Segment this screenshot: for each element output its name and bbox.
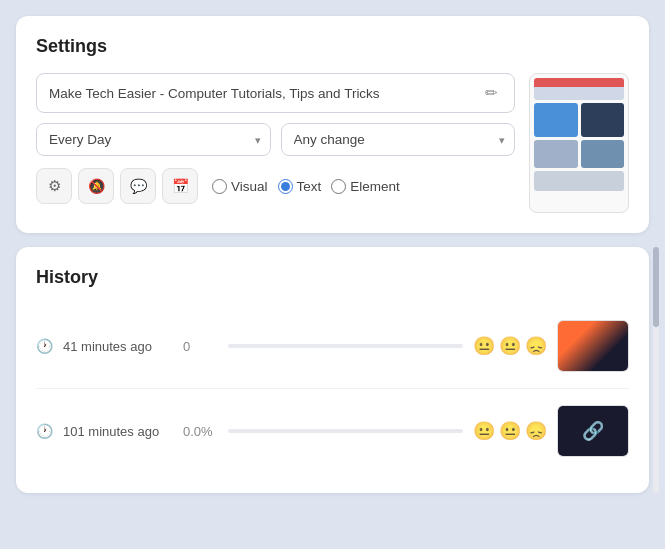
thumb-strip-1 bbox=[534, 78, 624, 100]
history-card: History 🕐 41 minutes ago 0 😐 😐 😞 🕐 101 m… bbox=[16, 247, 649, 493]
website-thumbnail-preview bbox=[529, 73, 629, 213]
radio-element[interactable]: Element bbox=[331, 179, 400, 194]
progress-bar-1 bbox=[228, 344, 463, 348]
gear-button[interactable]: ⚙ bbox=[36, 168, 72, 204]
frequency-select[interactable]: Every Day Every Hour Every Week bbox=[36, 123, 271, 156]
settings-left-panel: Make Tech Easier - Computer Tutorials, T… bbox=[36, 73, 515, 204]
settings-body: Make Tech Easier - Computer Tutorials, T… bbox=[36, 73, 629, 213]
radio-text[interactable]: Text bbox=[278, 179, 322, 194]
diff-value-2: 0.0% bbox=[183, 424, 218, 439]
thumb-preview-2: 🔗 bbox=[558, 406, 628, 456]
controls-row: ⚙ 🔕 💬 📅 Visual bbox=[36, 168, 515, 204]
change-select[interactable]: Any change Major change Minor change bbox=[281, 123, 516, 156]
emoji-group-1: 😐 😐 😞 bbox=[473, 337, 547, 355]
settings-title: Settings bbox=[36, 36, 629, 57]
thumb-img-1 bbox=[534, 103, 578, 137]
settings-card: Settings Make Tech Easier - Computer Tut… bbox=[16, 16, 649, 233]
history-thumb-1 bbox=[557, 320, 629, 372]
diff-value-1: 0 bbox=[183, 339, 218, 354]
selects-row: Every Day Every Hour Every Week ▾ Any ch… bbox=[36, 123, 515, 156]
radio-group: Visual Text Element bbox=[212, 179, 400, 194]
history-thumb-2: 🔗 bbox=[557, 405, 629, 457]
radio-text-input[interactable] bbox=[278, 179, 293, 194]
chat-button[interactable]: 💬 bbox=[120, 168, 156, 204]
progress-bar-2 bbox=[228, 429, 463, 433]
thumb-row-4 bbox=[534, 171, 624, 191]
bell-button[interactable]: 🔕 bbox=[78, 168, 114, 204]
edit-url-button[interactable]: ✏ bbox=[481, 82, 502, 104]
emoji-sad-btn-2[interactable]: 😞 bbox=[525, 422, 547, 440]
clock-icon-1: 🕐 bbox=[36, 338, 53, 354]
emoji-group-2: 😐 😐 😞 bbox=[473, 422, 547, 440]
url-text: Make Tech Easier - Computer Tutorials, T… bbox=[49, 86, 481, 101]
emoji-neutral-btn-1[interactable]: 😐 bbox=[473, 337, 495, 355]
thumb-row-3 bbox=[534, 140, 624, 168]
clock-icon-2: 🕐 bbox=[36, 423, 53, 439]
radio-text-label: Text bbox=[297, 179, 322, 194]
time-label-2: 101 minutes ago bbox=[63, 424, 173, 439]
link-icon: 🔗 bbox=[582, 420, 604, 442]
emoji-sad-btn-1[interactable]: 😞 bbox=[525, 337, 547, 355]
gear-icon: ⚙ bbox=[48, 177, 61, 195]
thumb-img-4 bbox=[581, 140, 625, 168]
chat-icon: 💬 bbox=[130, 178, 147, 194]
radio-element-label: Element bbox=[350, 179, 400, 194]
history-list: 🕐 41 minutes ago 0 😐 😐 😞 🕐 101 minutes a… bbox=[36, 304, 629, 473]
radio-visual-input[interactable] bbox=[212, 179, 227, 194]
frequency-select-wrap: Every Day Every Hour Every Week ▾ bbox=[36, 123, 271, 156]
edit-icon: ✏ bbox=[485, 84, 498, 102]
history-item: 🕐 41 minutes ago 0 😐 😐 😞 bbox=[36, 304, 629, 389]
time-label-1: 41 minutes ago bbox=[63, 339, 173, 354]
radio-element-input[interactable] bbox=[331, 179, 346, 194]
radio-visual[interactable]: Visual bbox=[212, 179, 268, 194]
thumb-img-3 bbox=[534, 140, 578, 168]
emoji-neutral-btn-4[interactable]: 😐 bbox=[499, 422, 521, 440]
calendar-button[interactable]: 📅 bbox=[162, 168, 198, 204]
emoji-neutral-btn-2[interactable]: 😐 bbox=[499, 337, 521, 355]
thumb-row-1 bbox=[534, 78, 624, 100]
thumb-row-2 bbox=[534, 103, 624, 137]
calendar-icon: 📅 bbox=[172, 178, 189, 194]
bell-off-icon: 🔕 bbox=[88, 178, 105, 194]
history-item-2: 🕐 101 minutes ago 0.0% 😐 😐 😞 🔗 bbox=[36, 389, 629, 473]
change-select-wrap: Any change Major change Minor change ▾ bbox=[281, 123, 516, 156]
history-title: History bbox=[36, 267, 629, 288]
emoji-neutral-btn-3[interactable]: 😐 bbox=[473, 422, 495, 440]
thumb-preview-1 bbox=[558, 321, 628, 371]
radio-visual-label: Visual bbox=[231, 179, 268, 194]
scrollbar-track[interactable] bbox=[653, 247, 659, 493]
thumb-img-2 bbox=[581, 103, 625, 137]
thumb-strip-2 bbox=[534, 171, 624, 191]
scrollbar-thumb[interactable] bbox=[653, 247, 659, 327]
url-row: Make Tech Easier - Computer Tutorials, T… bbox=[36, 73, 515, 113]
